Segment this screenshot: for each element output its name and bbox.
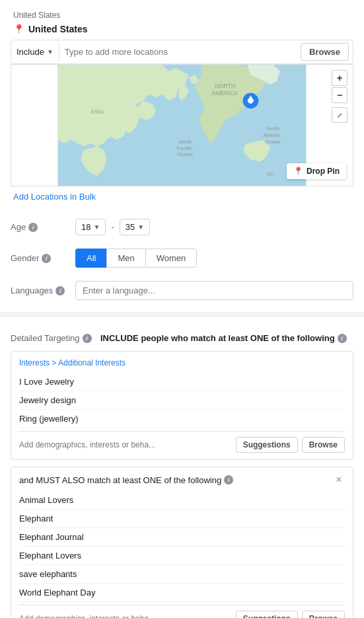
gender-men-button[interactable]: Men bbox=[106, 249, 145, 268]
language-input[interactable] bbox=[75, 281, 353, 300]
section-separator bbox=[0, 312, 364, 317]
targeting-label: Detailed Targeting i bbox=[11, 333, 96, 343]
must-also-item-3: Elephant Lovers bbox=[19, 547, 345, 565]
must-also-item-1: Elephant bbox=[19, 510, 345, 528]
targeting-info-icon[interactable]: i bbox=[83, 334, 92, 343]
targeting-desc-info-icon[interactable]: i bbox=[338, 334, 347, 343]
svg-text:North: North bbox=[267, 126, 279, 132]
must-also-suggestions-button[interactable]: Suggestions bbox=[236, 611, 298, 618]
include-caret-icon: ▼ bbox=[47, 48, 54, 56]
age-min-caret: ▼ bbox=[93, 223, 100, 231]
interest-item-2: Ring (jewellery) bbox=[19, 410, 345, 428]
map-container: ASIA NORTH AMERICA North Pacific Ocean N… bbox=[11, 64, 353, 186]
include-label: Include bbox=[17, 47, 44, 57]
svg-text:North: North bbox=[179, 139, 192, 145]
targeting-description: INCLUDE people who match at least ONE of… bbox=[100, 333, 353, 343]
must-also-item-4: save elephants bbox=[19, 565, 345, 584]
must-also-item-5: World Elephant Day bbox=[19, 584, 345, 602]
zoom-in-button[interactable]: + bbox=[332, 70, 347, 86]
svg-text:NORTH: NORTH bbox=[215, 83, 235, 89]
detailed-targeting-section: Detailed Targeting i INCLUDE people who … bbox=[0, 323, 364, 618]
must-also-header: and MUST ALSO match at least ONE of the … bbox=[19, 474, 345, 486]
svg-text:Ocean: Ocean bbox=[178, 151, 193, 157]
gender-all-button[interactable]: All bbox=[75, 249, 106, 268]
gender-women-button[interactable]: Women bbox=[145, 249, 198, 268]
must-also-input-row: Suggestions Browse bbox=[19, 605, 345, 618]
languages-row: Languages i bbox=[0, 274, 364, 307]
main-container: United Slates 📍 United States Include ▼ … bbox=[0, 0, 364, 618]
include-dropdown[interactable]: Include ▼ bbox=[11, 43, 59, 61]
interests-browse-button[interactable]: Browse bbox=[302, 437, 345, 453]
must-also-search-input[interactable] bbox=[19, 613, 232, 618]
languages-info-icon[interactable]: i bbox=[55, 286, 65, 295]
location-title: United Slates bbox=[11, 11, 353, 20]
age-max-select[interactable]: 35 ▼ bbox=[120, 219, 150, 235]
location-browse-button[interactable]: Browse bbox=[301, 43, 349, 61]
add-locations-link[interactable]: Add Locations in Bulk bbox=[11, 192, 96, 202]
age-min-select[interactable]: 18 ▼ bbox=[75, 219, 106, 235]
zoom-out-button[interactable]: − bbox=[332, 87, 347, 103]
age-label: Age i bbox=[11, 222, 70, 232]
location-input-row: Include ▼ Browse bbox=[11, 40, 353, 64]
svg-text:Pacific: Pacific bbox=[177, 145, 192, 151]
languages-label: Languages i bbox=[11, 286, 70, 295]
interest-item-1: Jewelry design bbox=[19, 391, 345, 410]
interests-suggestions-button[interactable]: Suggestions bbox=[236, 437, 298, 453]
gender-row: Gender i All Men Women bbox=[0, 242, 364, 274]
interests-box: Interests > Additional Interests I Love … bbox=[11, 351, 353, 460]
svg-text:Ocean: Ocean bbox=[265, 139, 280, 145]
svg-text:ASIA: ASIA bbox=[91, 108, 104, 115]
must-also-item-0: Animal Lovers bbox=[19, 491, 345, 510]
age-max-value: 35 bbox=[126, 222, 135, 232]
must-also-item-2: Elephant Journal bbox=[19, 528, 345, 547]
svg-text:AMERICA: AMERICA bbox=[211, 90, 238, 97]
svg-text:Atlantic: Atlantic bbox=[263, 132, 280, 138]
age-min-value: 18 bbox=[81, 222, 91, 232]
interests-input-row: Suggestions Browse bbox=[19, 431, 345, 453]
must-also-box: and MUST ALSO match at least ONE of the … bbox=[11, 467, 353, 618]
age-info-icon[interactable]: i bbox=[28, 223, 38, 232]
svg-text:SO...: SO... bbox=[267, 172, 277, 176]
must-also-info-icon[interactable]: i bbox=[224, 475, 233, 484]
interests-search-input[interactable] bbox=[19, 439, 232, 451]
location-selected: 📍 United States bbox=[11, 24, 353, 34]
location-pin-icon: 📍 bbox=[13, 24, 24, 34]
must-also-close-button[interactable]: × bbox=[333, 474, 345, 486]
age-row: Age i 18 ▼ - 35 ▼ bbox=[0, 212, 364, 242]
age-max-caret: ▼ bbox=[137, 223, 144, 231]
gender-info-icon[interactable]: i bbox=[42, 254, 51, 263]
targeting-header: Detailed Targeting i INCLUDE people who … bbox=[11, 333, 353, 343]
location-section: United Slates 📍 United States Include ▼ … bbox=[0, 11, 364, 212]
gender-group: All Men Women bbox=[75, 249, 197, 268]
location-search-input[interactable] bbox=[59, 43, 301, 61]
interest-item-0: I Love Jewelry bbox=[19, 373, 345, 391]
drop-pin-icon: 📍 bbox=[293, 167, 303, 176]
gender-label: Gender i bbox=[11, 253, 70, 263]
location-selected-text: United States bbox=[28, 24, 87, 34]
svg-point-2 bbox=[248, 98, 253, 103]
map-controls: + − ⤢ bbox=[332, 70, 347, 123]
interests-breadcrumb[interactable]: Interests > Additional Interests bbox=[19, 358, 345, 367]
fullscreen-button[interactable]: ⤢ bbox=[332, 107, 347, 123]
must-also-browse-button[interactable]: Browse bbox=[302, 611, 345, 618]
must-also-text: and MUST ALSO match at least ONE of the … bbox=[19, 475, 233, 485]
age-dash: - bbox=[111, 222, 114, 232]
drop-pin-badge[interactable]: 📍 Drop Pin bbox=[287, 163, 346, 179]
drop-pin-label: Drop Pin bbox=[307, 167, 340, 176]
